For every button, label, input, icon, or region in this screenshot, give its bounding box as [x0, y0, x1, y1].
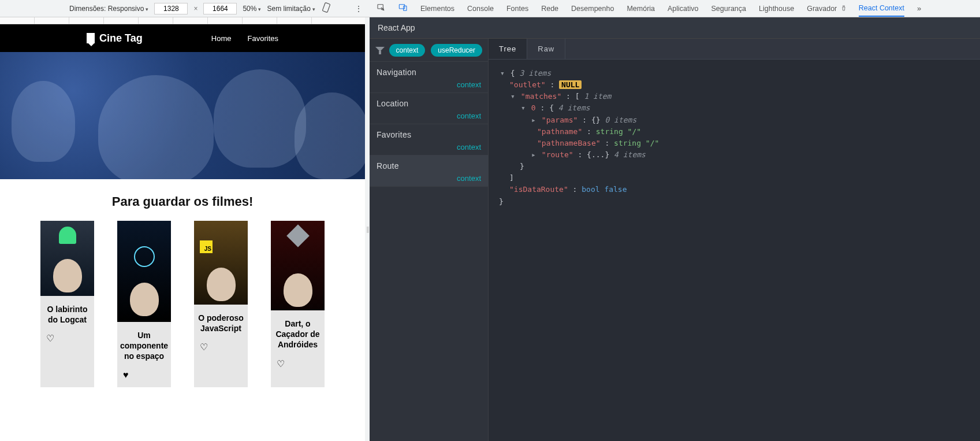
viewport-width-input[interactable]	[154, 3, 188, 14]
context-item-favorites[interactable]: Favorites context	[370, 124, 488, 155]
tab-seguranca[interactable]: Segurança	[711, 5, 746, 13]
pill-usereducer[interactable]: useReducer	[431, 44, 482, 57]
devtools-toolbar: Dimensões: Responsivo × 50% Sem limitaçã…	[0, 0, 980, 17]
rotate-icon[interactable]	[321, 2, 331, 14]
context-item-type: context	[377, 112, 481, 120]
main-nav: Home Favorites	[211, 34, 278, 43]
zoom-dropdown[interactable]: 50%	[243, 5, 261, 13]
context-item-name: Navigation	[377, 68, 481, 77]
ruler	[0, 17, 365, 24]
heart-icon[interactable]	[194, 338, 248, 360]
device-toggle-icon[interactable]	[398, 3, 408, 14]
logo[interactable]: Cine Tag	[87, 32, 143, 45]
dart-icon	[286, 224, 310, 247]
viewport-height-input[interactable]	[203, 3, 237, 14]
tab-gravador[interactable]: Gravador	[807, 4, 846, 13]
context-item-type: context	[377, 174, 481, 183]
inspect-icon[interactable]	[377, 3, 386, 14]
tab-fontes[interactable]: Fontes	[506, 5, 528, 13]
subtab-raw[interactable]: Raw	[527, 39, 565, 59]
card-title: O labirinto do Logcat	[40, 296, 94, 329]
filter-icon[interactable]	[375, 47, 383, 54]
tab-lighthouse[interactable]: Lighthouse	[759, 5, 794, 13]
app-header: Cine Tag Home Favorites	[0, 24, 365, 52]
movie-card[interactable]: Dart, o Caçador de Andróides	[271, 221, 325, 387]
tab-aplicativo[interactable]: Aplicativo	[668, 5, 699, 13]
svg-rect-0	[322, 2, 330, 12]
nav-home[interactable]: Home	[211, 34, 232, 43]
context-item-type: context	[377, 143, 481, 151]
react-context-panel: React App context useReducer Navigation …	[370, 17, 980, 441]
tab-console[interactable]: Console	[467, 5, 494, 13]
device-preview-pane: Cine Tag Home Favorites Para guardar os …	[0, 17, 365, 441]
heart-icon[interactable]	[271, 355, 325, 376]
tab-rede[interactable]: Rede	[541, 5, 558, 13]
more-options-icon[interactable]: ⋮	[355, 4, 363, 13]
context-item-navigation[interactable]: Navigation context	[370, 62, 488, 93]
dimensions-dropdown[interactable]: Dimensões: Responsivo	[69, 5, 148, 13]
movie-card[interactable]: Um componente no espaço	[117, 221, 171, 387]
page-title: Para guardar os filmes!	[0, 179, 365, 221]
tab-elementos[interactable]: Elementos	[420, 5, 454, 13]
split-handle[interactable]: ‖	[365, 17, 370, 441]
more-tabs-icon[interactable]: »	[917, 4, 921, 13]
card-thumb	[117, 221, 171, 322]
cards-row: O labirinto do Logcat Um componente no e…	[0, 221, 365, 410]
card-thumb	[40, 221, 94, 296]
hero-banner	[0, 52, 365, 179]
context-item-name: Favorites	[377, 130, 481, 139]
card-thumb: JS	[194, 221, 248, 305]
movie-card[interactable]: JS O poderoso JavaScript	[194, 221, 248, 387]
context-item-type: context	[377, 80, 481, 89]
throttle-dropdown[interactable]: Sem limitação	[267, 5, 315, 13]
card-title: O poderoso JavaScript	[194, 305, 248, 338]
nav-favorites[interactable]: Favorites	[248, 34, 278, 43]
context-item-name: Route	[377, 161, 481, 171]
svg-rect-3	[404, 6, 407, 10]
svg-rect-1	[378, 5, 383, 9]
react-icon	[134, 246, 155, 267]
pill-context[interactable]: context	[389, 44, 426, 57]
svg-rect-2	[399, 5, 404, 9]
tree-view[interactable]: ▾ { 3 items "outlet" : NULL ▾ "matches" …	[489, 60, 980, 441]
js-icon: JS	[200, 240, 213, 253]
tab-desempenho[interactable]: Desempenho	[571, 5, 614, 13]
logo-text: Cine Tag	[99, 32, 143, 45]
card-thumb	[271, 221, 325, 310]
bookmark-icon	[87, 33, 95, 43]
context-item-name: Location	[377, 99, 481, 108]
movie-card[interactable]: O labirinto do Logcat	[40, 221, 94, 387]
tab-react-context[interactable]: React Context	[859, 4, 904, 17]
dimensions-x: ×	[193, 5, 198, 13]
card-title: Dart, o Caçador de Andróides	[271, 310, 325, 355]
tab-memoria[interactable]: Memória	[627, 5, 655, 13]
heart-icon[interactable]	[40, 329, 94, 351]
panel-title: React App	[370, 17, 980, 39]
context-sidebar: context useReducer Navigation context Lo…	[370, 39, 489, 441]
heart-icon[interactable]	[117, 366, 171, 387]
preview-app: Cine Tag Home Favorites Para guardar os …	[0, 24, 365, 417]
subtab-tree[interactable]: Tree	[489, 39, 527, 59]
android-icon	[59, 227, 76, 244]
card-title: Um componente no espaço	[117, 322, 171, 366]
context-item-route[interactable]: Route context	[370, 155, 488, 187]
context-item-location[interactable]: Location context	[370, 93, 488, 124]
